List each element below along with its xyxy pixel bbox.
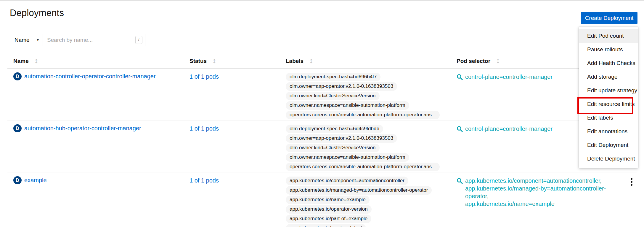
table-row: D automation-controller-operator-control… [7,69,637,120]
table-header-row: Name ↕ Status ↕ Labels ↕ Pod selector ↕ [7,55,637,69]
label-chip: app.kubernetes.io/managed-by=automationc… [286,186,432,195]
label-chip: olm.owner=aap-operator.v2.1.0-0.16383935… [286,134,397,143]
pod-status-link[interactable]: 1 of 1 pods [189,73,219,80]
labels-cell: olm.deployment-spec-hash=bd696b4f7 olm.o… [286,72,457,120]
sort-icon[interactable]: ↕ [309,58,314,64]
deployment-badge: D [13,72,22,80]
page-title: Deployments [10,8,64,18]
menu-item-edit-pod-count[interactable]: Edit Pod count [579,29,638,43]
sort-icon[interactable]: ↕ [496,58,500,64]
menu-item-edit-annotations[interactable]: Edit annotations [579,125,638,138]
deployment-name-link[interactable]: example [24,177,47,184]
label-chip: app.kubernetes.io/version=latest [286,224,366,227]
search-icon[interactable] [457,74,463,80]
actions-dropdown-menu: Edit Pod count Pause rollouts Add Health… [579,27,638,168]
kebab-menu-button[interactable] [630,177,633,186]
menu-item-add-health-checks[interactable]: Add Health Checks [579,56,638,70]
label-chip: app.kubernetes.io/component=automationco… [286,177,408,185]
search-icon[interactable] [457,126,463,132]
filter-toolbar: Name ▾ / [10,34,145,46]
label-chip: app.kubernetes.io/part-of=example [286,215,371,223]
column-header-name[interactable]: Name ↕ [7,58,189,64]
pod-selector-link[interactable]: control-plane=controller-manager [465,73,553,81]
deployment-name-link[interactable]: automation-hub-operator-controller-manag… [24,125,141,132]
label-chip: olm.owner=aap-operator.v2.1.0-0.16383935… [286,82,397,91]
label-chip: app.kubernetes.io/operator-version [286,205,372,214]
menu-item-edit-update-strategy[interactable]: Edit update strategy [579,84,638,97]
sort-icon[interactable]: ↕ [34,58,39,64]
filter-type-label: Name [15,37,30,43]
labels-cell: olm.deployment-spec-hash=6d4c9fdbdb olm.… [286,124,457,172]
menu-item-edit-resource-limits[interactable]: Edit resource limits [579,97,638,111]
column-header-labels-label: Labels [286,58,303,64]
menu-item-delete-deployment[interactable]: Delete Deployment [579,152,638,166]
label-chip: olm.owner.namespace=ansible-automation-p… [286,101,409,110]
label-chip: operators.coreos.com/ansible-automation-… [286,163,440,171]
column-header-pod-selector-label: Pod selector [457,58,490,64]
label-chip: app.kubernetes.io/name=example [286,196,370,204]
sort-icon[interactable]: ↕ [212,58,217,64]
deployments-table: Name ↕ Status ↕ Labels ↕ Pod selector ↕ … [7,55,637,227]
label-chip: olm.owner.namespace=ansible-automation-p… [286,153,409,162]
deployment-badge: D [13,176,22,184]
search-box[interactable]: / [43,34,145,46]
pod-selector-link[interactable]: app.kubernetes.io/component=automationco… [465,177,626,208]
label-chip: olm.owner.kind=ClusterServiceVersion [286,92,380,100]
chevron-down-icon: ▾ [37,38,39,42]
label-chip: olm.deployment-spec-hash=bd696b4f7 [286,73,380,81]
search-input[interactable] [47,37,135,43]
create-deployment-button[interactable]: Create Deployment [581,12,637,24]
table-row: D automation-hub-operator-controller-man… [7,120,637,172]
pod-status-link[interactable]: 1 of 1 pods [189,125,219,132]
labels-cell: app.kubernetes.io/component=automationco… [286,176,457,227]
filter-type-dropdown[interactable]: Name ▾ [10,34,43,46]
label-chip: olm.deployment-spec-hash=6d4c9fdbdb [286,125,383,133]
pod-selector-link[interactable]: control-plane=controller-manager [465,125,553,133]
column-header-labels[interactable]: Labels ↕ [286,58,457,64]
keyboard-shortcut-badge: / [135,36,142,44]
deployment-badge: D [13,124,22,132]
menu-item-edit-labels[interactable]: Edit labels [579,111,638,125]
search-icon[interactable] [457,178,463,184]
table-row: D example 1 of 1 pods app.kubernetes.io/… [7,172,637,227]
menu-item-add-storage[interactable]: Add storage [579,70,638,84]
column-header-status[interactable]: Status ↕ [189,58,286,64]
label-chip: olm.owner.kind=ClusterServiceVersion [286,144,380,152]
pod-status-link[interactable]: 1 of 1 pods [189,177,219,184]
label-chip: operators.coreos.com/ansible-automation-… [286,111,440,119]
menu-item-pause-rollouts[interactable]: Pause rollouts [579,43,638,56]
deployment-name-link[interactable]: automation-controller-operator-controlle… [24,73,156,80]
column-header-status-label: Status [189,58,207,64]
column-header-name-label: Name [13,58,29,64]
menu-item-edit-deployment[interactable]: Edit Deployment [579,138,638,152]
